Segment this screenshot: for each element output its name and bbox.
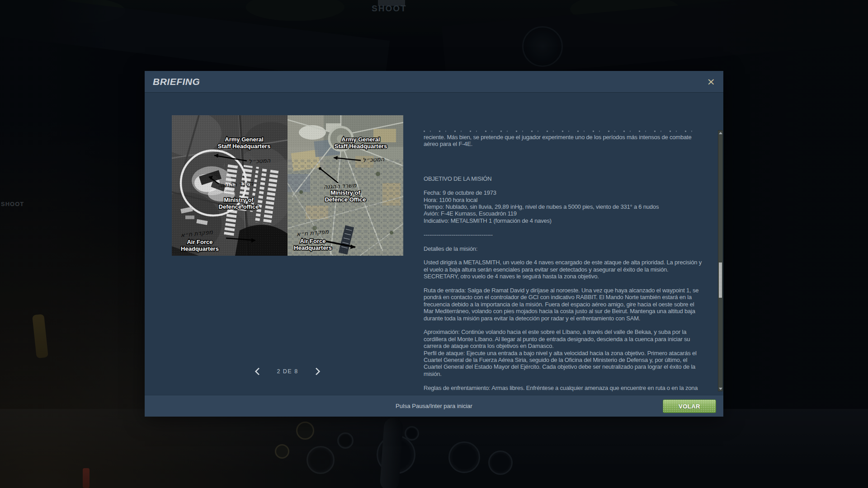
start-hint: Pulsa Pausa/Inter para iniciar [145,395,723,417]
clipped-text-line [424,131,699,132]
briefing-text-scroll-area[interactable]: reciente. Más bien, se pretende que el j… [424,130,705,392]
satellite-map-photo: המטכ״ל משרד ההגנה מפקדת ח״א Army General… [288,115,403,256]
hebrew-annotation-army: המטכ״ל [248,157,271,165]
chevron-right-icon [312,368,320,375]
scrollbar-thumb[interactable] [719,263,722,298]
recon-photo-bw: המטכ״ל משרד ההגנה מפקדת ח״א Army General… [172,115,288,256]
fly-button[interactable]: VOLAR [663,399,716,413]
hebrew-annotation-army: המטכ״ל [362,155,385,164]
briefing-dialog: BRIEFING × [145,71,723,417]
scroll-down-arrow-icon[interactable] [718,386,722,391]
dialog-title: BRIEFING [153,76,200,87]
briefing-text: reciente. Más bien, se pretende que el j… [424,134,705,392]
page-indicator: 2 DE 8 [277,368,298,375]
label-airforce-hq: Air Force [187,239,212,245]
dialog-header: BRIEFING × [145,71,723,93]
scroll-up-arrow-icon[interactable] [718,131,722,135]
next-page-button[interactable] [312,366,323,377]
label-ministry: Defence office [219,203,259,210]
chevron-left-icon [255,368,263,375]
label-army-hq: Staff Headquarters [335,143,387,150]
label-army-hq: Army General [225,136,263,143]
image-pagination: 2 DE 8 [172,366,403,377]
label-airforce-hq: Headquarters [294,244,332,251]
label-army-hq: Army General [341,136,380,143]
label-airforce-hq: Air Force [300,238,326,244]
dialog-footer: Pulsa Pausa/Inter para iniciar VOLAR [145,395,723,417]
text-scrollbar[interactable] [718,130,723,391]
previous-page-button[interactable] [252,366,263,377]
label-ministry: Ministry of [224,197,254,203]
label-army-hq: Staff Headquarters [218,143,270,150]
label-ministry: Ministry of [330,189,360,196]
label-ministry: Defence Office [325,196,366,203]
label-airforce-hq: Headquarters [181,245,219,252]
close-icon[interactable]: × [707,77,715,87]
briefing-images: המטכ״ל משרד ההגנה מפקדת ח״א Army General… [172,115,403,256]
